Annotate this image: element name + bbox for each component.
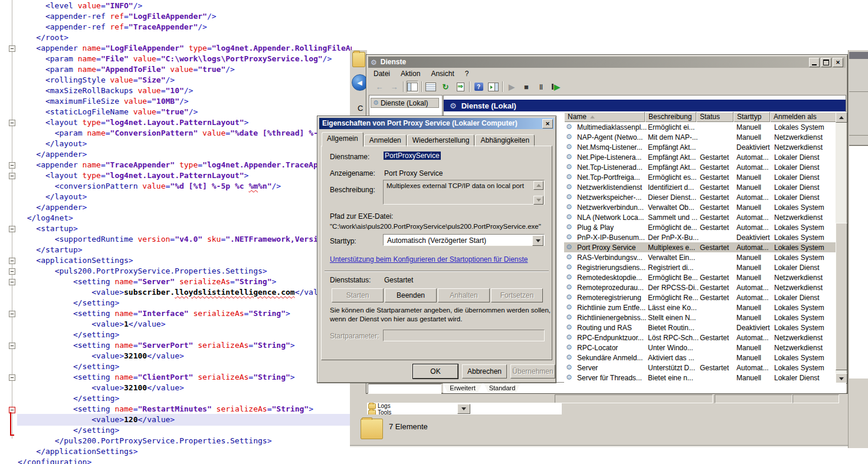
scrollbar[interactable] (836, 112, 846, 383)
export-list-icon[interactable]: ⇒ (454, 81, 466, 93)
table-row[interactable]: ⚙Richtlinie zum Entfe...Lässt eine Ko...… (564, 302, 836, 312)
back-icon[interactable]: ← (374, 81, 385, 93)
code-line: </setting> (18, 393, 352, 404)
cell: Automat... (736, 284, 772, 292)
dialog-titlebar[interactable]: Eigenschaften von Port Proxy Service (Lo… (319, 118, 554, 129)
column-header-beschreibung[interactable]: Beschreibung (645, 112, 696, 122)
dialog-close-button[interactable]: ✕ (542, 119, 553, 129)
tab-allgemein[interactable]: Allgemein (322, 132, 363, 147)
cell: Gestartet (700, 173, 734, 182)
minimize-button[interactable] (809, 58, 820, 67)
startup-type-combobox[interactable]: Automatisch (Verzögerter Start) (383, 234, 545, 246)
combobox-dropdown-button[interactable] (532, 235, 543, 246)
abbrechen-button[interactable]: Abbrechen (462, 364, 507, 379)
scroll-up-button[interactable] (836, 112, 847, 123)
table-row[interactable]: ⚙ServerUnterstützt D...GestartetAutomat.… (564, 363, 836, 373)
code-editor[interactable]: <level value="INFO"/> <appender-ref ref=… (0, 0, 352, 464)
table-row[interactable]: ⚙Port Proxy ServiceMultiplexes e...Gesta… (564, 242, 836, 252)
scrollbar-thumb[interactable] (836, 223, 847, 370)
fold-box[interactable] (9, 258, 15, 264)
menu-item-datei[interactable]: Datei (368, 70, 395, 78)
startup-help-link[interactable]: Unterstützung beim Konfigurieren der Sta… (330, 255, 528, 264)
side-panel-header (849, 52, 868, 59)
table-row[interactable]: ⚙RPC-LocatorUnter Windo...ManuellNetzwer… (564, 343, 836, 353)
services-pane-header: ⚙ Dienste (Lokal) (444, 100, 846, 111)
service-gear-icon: ⚙ (566, 123, 572, 131)
fold-box[interactable] (9, 279, 15, 285)
table-row[interactable]: ⚙Richtlinienergebniss...Stellt einen N..… (564, 312, 836, 323)
fold-box[interactable] (9, 162, 15, 169)
table-row[interactable]: ⚙NLA (Network Loca...Sammelt und ...Gest… (564, 212, 836, 222)
table-row[interactable]: ⚙RAS-Verbindungsv...Verwaltet Ein...Manu… (564, 252, 836, 262)
show-console-tree-icon[interactable] (407, 81, 418, 93)
cell: Manuell (736, 314, 772, 322)
cell: Lokaler Dienst (774, 183, 834, 192)
code-line: <layout type="log4net.Layout.PatternLayo… (18, 117, 352, 128)
table-row[interactable]: ⚙Routing und RASBietet Routin...Deaktivi… (564, 323, 836, 333)
cell: Lokales System (774, 233, 834, 242)
table-row[interactable]: ⚙PnP-X-IP-Busenum...Der PnP-X-Bu...Deakt… (564, 232, 836, 242)
fold-box[interactable] (9, 343, 15, 349)
service-name-value[interactable]: PortProxyService (384, 152, 441, 160)
stop-service-icon[interactable]: ■ (520, 81, 532, 93)
table-row[interactable]: ⚙Remoteprozedurau...Der RPCSS-Di...Gesta… (564, 282, 836, 292)
fold-box[interactable] (9, 120, 15, 126)
fold-box[interactable] (9, 311, 15, 317)
service-gear-icon: ⚙ (566, 263, 572, 271)
services-titlebar[interactable]: ⚙ Dienste ✕ (368, 57, 846, 68)
column-header-status[interactable]: Status (696, 112, 733, 122)
tab-abhängigkeiten[interactable]: Abhängigkeiten (475, 134, 535, 147)
table-row[interactable]: ⚙Server für Threads...Bietet eine n...Ma… (564, 373, 836, 383)
tree-item-dienste-lokal[interactable]: ⚙ Dienste (Lokal) (371, 98, 439, 108)
fold-box[interactable] (9, 374, 15, 381)
dropdown-button[interactable] (457, 404, 470, 414)
table-row[interactable]: ⚙Plug & PlayErmöglicht de...GestartetAut… (564, 222, 836, 232)
service-gear-icon: ⚙ (566, 293, 572, 301)
table-row[interactable]: ⚙NAP-Agent (Netwo...Mit dem NAP-...Manue… (564, 132, 836, 142)
close-button[interactable]: ✕ (833, 58, 843, 67)
column-header-name[interactable]: Name (564, 112, 645, 122)
fold-box[interactable] (9, 173, 15, 179)
table-row[interactable]: ⚙Netzwerkspeicher-...Dieser Dienst...Ges… (564, 192, 836, 202)
table-row[interactable]: ⚙Sekundäre Anmeld...Aktiviert das ...Man… (564, 353, 836, 363)
table-row[interactable]: ⚙Netzwerkverbindun...Verwaltet Ob...Gest… (564, 202, 836, 212)
menu-item-?[interactable]: ? (460, 70, 474, 78)
tab-wiederherstellung[interactable]: Wiederherstellung (407, 134, 475, 147)
view-tab-erweitert[interactable]: Erweitert (443, 383, 482, 392)
cell: Ermöglicht de... (648, 223, 699, 232)
table-row[interactable]: ⚙RemoteregistrierungErmöglicht Re...Gest… (564, 292, 836, 302)
view-tab-standard[interactable]: Standard (484, 383, 520, 392)
maximize-button[interactable] (821, 58, 831, 67)
restart-service-icon[interactable]: ▶ (550, 81, 562, 93)
pause-service-icon[interactable]: ‖ (535, 81, 547, 93)
table-row[interactable]: ⚙Multimediaklassenpl...Ermöglicht ei...M… (564, 122, 836, 132)
gear-icon: ⚙ (373, 99, 379, 107)
start-service-icon[interactable]: ▶ (506, 81, 517, 93)
table-row[interactable]: ⚙Registrierungsdiens...Registriert di...… (564, 262, 836, 272)
table-row[interactable]: ⚙RPC-Endpunktzuor...Löst RPC-Sch...Gesta… (564, 333, 836, 343)
show-action-pane-icon[interactable] (487, 81, 499, 93)
column-header-anmelden-als[interactable]: Anmelden als (770, 112, 836, 122)
code-line: <rollingStyle value="Size"/> (18, 75, 352, 85)
startup-type-value: Automatisch (Verzögerter Start) (387, 236, 486, 245)
ok-button[interactable]: OK (413, 364, 458, 379)
fold-box[interactable] (9, 45, 15, 52)
refresh-icon[interactable]: ↻ (440, 81, 451, 93)
table-row[interactable]: ⚙Net.Msmq-Listener...Empfängt Akt...Deak… (564, 142, 836, 152)
menu-item-ansicht[interactable]: Ansicht (425, 70, 459, 78)
properties-icon[interactable] (425, 81, 437, 93)
beenden-button[interactable]: Beenden (385, 288, 437, 302)
table-row[interactable]: ⚙Net.Tcp-Portfreiga...Ermöglicht es...Ge… (564, 172, 836, 182)
column-header-starttyp[interactable]: Starttyp (733, 112, 770, 122)
table-row[interactable]: ⚙Net.Pipe-Listenera...Empfängt Akt...Ges… (564, 152, 836, 162)
side-panel-block (849, 136, 868, 146)
fold-box[interactable] (9, 226, 15, 232)
tab-anmelden[interactable]: Anmelden (364, 134, 407, 147)
table-row[interactable]: ⚙NetzwerklistendienstIdentifiziert d...G… (564, 182, 836, 192)
table-row[interactable]: ⚙Net.Tcp-Listenerad...Empfängt Akt...Ges… (564, 162, 836, 172)
help-icon[interactable]: ? (473, 81, 484, 93)
menu-item-aktion[interactable]: Aktion (395, 70, 425, 78)
forward-icon[interactable]: → (388, 81, 400, 93)
fold-box[interactable] (9, 268, 15, 275)
table-row[interactable]: ⚙Remotedesktopdie...Ermöglicht Be...Gest… (564, 272, 836, 282)
